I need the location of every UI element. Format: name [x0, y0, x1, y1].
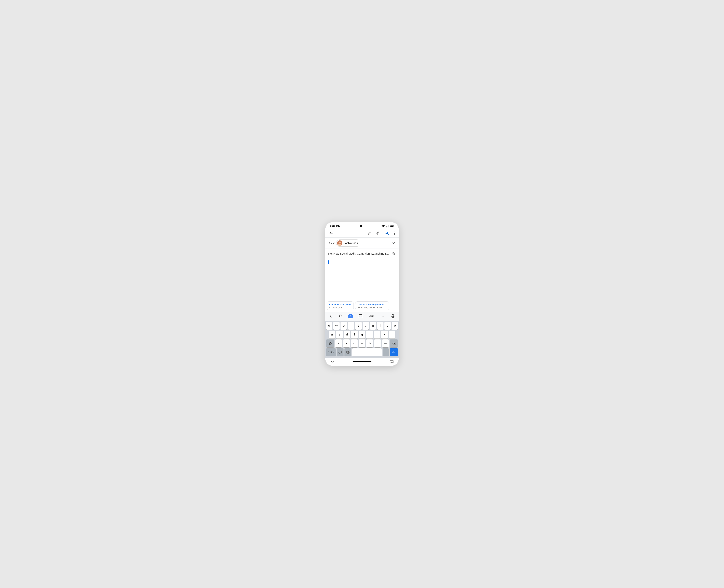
reply-dropdown[interactable] [328, 241, 335, 245]
toolbar [325, 229, 399, 237]
key-numbers[interactable]: ?123 [326, 348, 336, 356]
bottom-nav [325, 358, 399, 366]
microphone-button[interactable] [390, 313, 396, 319]
emoji-keyboard-button[interactable] [357, 313, 364, 319]
key-k[interactable]: k [381, 331, 388, 338]
key-u[interactable]: u [370, 322, 376, 330]
chevron-down-nav-icon [331, 360, 334, 363]
attach-button[interactable] [376, 231, 381, 236]
key-v[interactable]: v [359, 339, 365, 348]
svg-point-17 [339, 241, 341, 244]
status-bar: 4:02 PM [325, 222, 399, 229]
send-button[interactable] [384, 231, 390, 236]
translate-button[interactable]: G [348, 314, 353, 318]
key-row-3: z x c v b n m [326, 339, 398, 348]
smart-reply-2-preview: Hi Sophia, Thanks for the... [358, 306, 387, 309]
lock-icon [391, 252, 395, 255]
camera-dot [360, 225, 362, 227]
key-a[interactable]: a [328, 331, 335, 338]
keyboard-back-icon [329, 315, 332, 318]
avatar [337, 240, 342, 246]
svg-point-25 [361, 316, 361, 316]
keyboard-search-button[interactable] [338, 314, 344, 319]
svg-rect-7 [390, 225, 393, 227]
svg-rect-23 [359, 315, 362, 318]
keyboard-back-button[interactable] [328, 314, 333, 319]
emoji-icon [338, 350, 342, 354]
recipient-chip[interactable]: Sophia Rios [336, 239, 360, 247]
expand-button[interactable] [391, 241, 396, 245]
key-emoji[interactable] [337, 348, 343, 356]
key-r[interactable]: r [348, 322, 354, 330]
svg-rect-1 [386, 226, 386, 227]
keyboard-switcher-button[interactable] [389, 359, 394, 364]
attach-icon [376, 231, 380, 235]
key-shift[interactable] [326, 339, 334, 348]
gif-button[interactable]: GIF [368, 314, 375, 318]
key-enter[interactable] [390, 348, 398, 356]
more-icon [394, 231, 395, 235]
send-icon [385, 231, 389, 235]
key-d[interactable]: d [344, 331, 350, 338]
backspace-icon [392, 342, 396, 345]
recipient-left: Sophia Rios [328, 239, 360, 247]
reply-icon [328, 241, 332, 245]
recipient-row: Sophia Rios [325, 238, 399, 249]
svg-rect-2 [387, 226, 387, 227]
key-z[interactable]: z [335, 339, 342, 348]
dropdown-arrow-icon [333, 242, 335, 244]
key-i[interactable]: i [377, 322, 383, 330]
edit-button[interactable] [367, 231, 372, 236]
chevron-down-icon [391, 242, 395, 245]
svg-marker-11 [385, 232, 389, 233]
smart-reply-2-title: Confirm Sunday launch, excited. [358, 303, 387, 306]
svg-marker-12 [385, 233, 389, 235]
key-g[interactable]: g [359, 331, 365, 338]
key-s[interactable]: s [336, 331, 343, 338]
more-keyboard-button[interactable]: ··· [379, 314, 386, 319]
key-t[interactable]: t [355, 322, 362, 330]
mic-icon [391, 314, 395, 318]
key-space[interactable] [352, 348, 382, 356]
key-globe[interactable] [344, 348, 351, 356]
svg-rect-26 [392, 314, 394, 317]
collapse-keyboard-button[interactable] [330, 360, 335, 364]
smart-reply-1-preview: o confirm, the... [329, 306, 351, 309]
key-row-1: q w e r t y u i o p [326, 322, 398, 330]
smart-reply-2[interactable]: Confirm Sunday launch, excited. Hi Sophi… [355, 301, 389, 310]
keyboard-layout-icon [390, 360, 393, 363]
svg-rect-4 [388, 225, 389, 227]
key-b[interactable]: b [366, 339, 373, 348]
key-n[interactable]: n [374, 339, 381, 348]
encryption-button[interactable] [391, 251, 396, 256]
key-p[interactable]: p [391, 322, 398, 330]
key-l[interactable]: l [389, 331, 396, 338]
subject-row: Re: New Social Media Campaign: Launching… [325, 249, 399, 258]
key-j[interactable]: j [374, 331, 380, 338]
back-button[interactable] [328, 231, 334, 236]
more-button[interactable] [393, 231, 396, 236]
svg-line-8 [370, 232, 370, 233]
key-o[interactable]: o [384, 322, 391, 330]
emoji-keyboard-icon [358, 314, 363, 318]
key-c[interactable]: c [351, 339, 358, 348]
key-e[interactable]: e [341, 322, 347, 330]
shift-icon [328, 342, 332, 345]
smart-reply-1[interactable]: r launch, ask goals o confirm, the... [327, 301, 354, 310]
key-period[interactable]: . [383, 348, 389, 356]
svg-line-22 [341, 317, 342, 318]
key-w[interactable]: w [333, 322, 340, 330]
toolbar-actions [367, 231, 396, 236]
key-y[interactable]: y [363, 322, 369, 330]
wifi-icon [381, 225, 385, 227]
key-m[interactable]: m [382, 339, 389, 348]
key-h[interactable]: h [366, 331, 373, 338]
key-backspace[interactable] [390, 339, 398, 348]
svg-marker-0 [382, 226, 384, 227]
key-f[interactable]: f [351, 331, 358, 338]
compose-area[interactable] [325, 258, 399, 300]
svg-rect-3 [388, 225, 388, 227]
key-x[interactable]: x [343, 339, 350, 348]
enter-icon [392, 351, 396, 354]
key-q[interactable]: q [326, 322, 333, 330]
